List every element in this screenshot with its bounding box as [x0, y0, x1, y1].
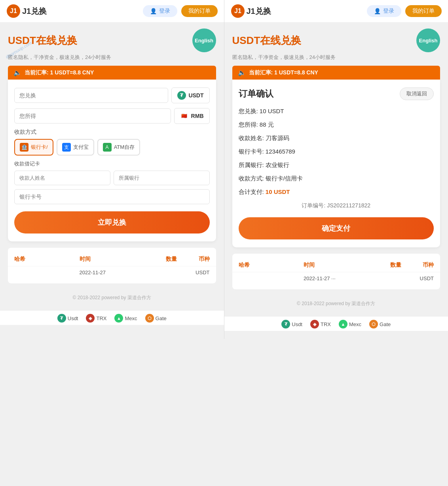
left-atm-btn[interactable]: A ATM自存: [97, 139, 140, 156]
left-myorder-button[interactable]: 我的订单: [181, 5, 218, 17]
left-payment-methods: 🏦 银行卡/ 支 支付宝 A ATM自存: [14, 139, 210, 156]
left-col-amount: 数量: [144, 256, 177, 263]
right-myorder-button[interactable]: 我的订单: [405, 5, 442, 17]
left-alipay-btn[interactable]: 支 支付宝: [57, 139, 94, 156]
right-title-row: USDT在线兑换 English: [232, 28, 440, 52]
right-logo-icon: J1: [231, 4, 245, 18]
right-col-hash: 哈希: [239, 262, 304, 269]
left-receiver-label: 收款借记卡: [14, 160, 210, 167]
right-total-pay: 合计支付: 10 USDT: [239, 187, 434, 197]
left-rate-text: 当前汇率: 1 USDT=8.8 CNY: [25, 69, 94, 76]
left-footer: © 2018-2022 powered by 渠道合作方: [8, 290, 216, 304]
right-col-time: 时间: [304, 262, 369, 269]
right-order-header: 订单确认 取消返回: [239, 87, 434, 100]
right-table-row: 2022-11-27 ··· USDT: [232, 272, 440, 285]
right-fi-usdt: ₮ Usdt: [281, 320, 302, 328]
left-page-title: USDT在线兑换: [8, 34, 77, 47]
left-receiver-name-input[interactable]: [14, 171, 110, 185]
right-fi-mexc: ▲ Mexc: [339, 320, 361, 328]
left-receiver-row: [14, 171, 210, 185]
left-bank-name-input[interactable]: [114, 171, 210, 185]
left-fi-mexc: ▲ Mexc: [114, 314, 137, 323]
left-form-card: ₮ USDT 🇨🇳 RMB 收款方式 🏦: [8, 80, 216, 241]
right-footer-icons: ₮ Usdt ◈ TRX ▲ Mexc ⬡ Gate: [224, 317, 448, 331]
right-fi-usdt-icon: ₮: [281, 320, 290, 328]
right-table: 哈希 时间 数量 币种 2022-11-27 ··· USDT: [232, 254, 440, 289]
left-logo-icon: J1: [6, 4, 21, 18]
left-table: 哈希 时间 数量 币种 2022-11-27 USDT: [8, 248, 216, 283]
left-table-row: 2022-11-27 USDT: [8, 266, 216, 279]
left-exchange-input[interactable]: [14, 88, 168, 103]
left-usdt-badge: ₮ USDT: [171, 87, 209, 103]
right-logo-text: J1兑换: [247, 6, 271, 17]
left-alipay-icon: 支: [62, 143, 71, 152]
left-table-header: 哈希 时间 数量 币种: [8, 252, 216, 266]
right-rate-text: 当前汇率: 1 USDT=8.8 CNY: [249, 69, 318, 76]
left-fi-gate-icon: ⬡: [145, 314, 154, 323]
left-usdt-label: USDT: [188, 92, 203, 99]
left-exchange-row: ₮ USDT: [14, 87, 210, 103]
right-exchange-amount: 您兑换: 10 USDT: [239, 106, 434, 116]
right-bank-card: 银行卡号: 123465789: [239, 147, 434, 156]
left-usdt-icon: ₮: [177, 91, 186, 100]
left-atm-icon: A: [103, 143, 112, 152]
right-login-button[interactable]: 👤 登录: [367, 5, 401, 17]
right-fi-trx: ◈ TRX: [310, 320, 331, 328]
left-fi-mexc-icon: ▲: [114, 314, 123, 323]
right-order-card: 订单确认 取消返回 您兑换: 10 USDT 您所得: 88 元 收款姓名: 刀…: [232, 80, 440, 247]
right-payment-method: 收款方式: 银行卡/信用卡: [239, 174, 434, 183]
right-fi-gate-icon: ⬡: [369, 320, 378, 328]
right-fi-trx-label: TRX: [321, 321, 331, 327]
left-logo-text: J1兑换: [22, 6, 47, 17]
left-submit-button[interactable]: 立即兑换: [14, 211, 210, 234]
right-subtitle: 匿名隐私，干净资金，极速兑换，24小时服务: [232, 54, 440, 61]
left-rmb-label: RMB: [191, 113, 204, 119]
right-order-title: 订单确认: [239, 88, 273, 100]
right-fi-gate-label: Gate: [380, 321, 391, 327]
left-fi-gate-label: Gate: [156, 315, 167, 321]
left-fi-mexc-label: Mexc: [125, 315, 137, 321]
left-col-time: 时间: [80, 256, 145, 263]
left-fi-usdt: ₮ Usdt: [57, 314, 78, 323]
right-footer: © 2018-2022 powered by 渠道合作方: [232, 296, 440, 310]
left-fi-trx-icon: ◈: [86, 314, 95, 323]
right-speaker-icon: 🔈: [238, 69, 246, 76]
right-fi-mexc-label: Mexc: [349, 321, 361, 327]
left-receive-row: 🇨🇳 RMB: [14, 108, 210, 124]
right-fi-mexc-icon: ▲: [339, 320, 347, 328]
left-receive-input[interactable]: [14, 108, 171, 123]
right-english-button[interactable]: English: [416, 28, 440, 52]
right-col-amount: 数量: [369, 262, 401, 269]
left-col-currency: 币种: [177, 256, 209, 263]
left-fi-trx: ◈ TRX: [86, 314, 106, 323]
right-page-title: USDT在线兑换: [232, 34, 302, 47]
left-bank-label: 银行卡/: [31, 144, 48, 151]
left-bank-card-input[interactable]: [14, 189, 210, 204]
right-fi-gate: ⬡ Gate: [369, 320, 391, 328]
right-fi-trx-icon: ◈: [310, 320, 319, 328]
svg-text:J1: J1: [10, 8, 17, 14]
left-fi-gate: ⬡ Gate: [145, 314, 167, 323]
right-fi-usdt-label: Usdt: [292, 321, 302, 327]
left-bank-btn[interactable]: 🏦 银行卡/: [14, 139, 53, 156]
left-atm-label: ATM自存: [114, 144, 135, 151]
left-english-button[interactable]: English: [192, 28, 216, 52]
right-order-id: 订单编号: JS202211271822: [239, 202, 434, 209]
left-rmb-badge: 🇨🇳 RMB: [174, 108, 210, 124]
right-cancel-button[interactable]: 取消返回: [400, 87, 434, 100]
svg-text:J1: J1: [234, 8, 241, 14]
left-col-hash: 哈希: [14, 256, 80, 263]
left-rate-bar: 🔈 当前汇率: 1 USDT=8.8 CNY: [8, 66, 216, 80]
right-rate-bar: 🔈 当前汇率: 1 USDT=8.8 CNY: [232, 66, 440, 80]
left-login-button[interactable]: 👤 登录: [143, 5, 177, 17]
left-alipay-label: 支付宝: [73, 144, 89, 151]
right-table-header: 哈希 时间 数量 币种: [232, 258, 440, 272]
left-bank-icon: 🏦: [20, 143, 28, 152]
left-speaker-icon: 🔈: [13, 69, 21, 76]
right-header: J1 J1兑换 👤 登录 我的订单: [224, 0, 448, 22]
left-logo: J1 J1兑换: [6, 4, 47, 18]
right-confirm-button[interactable]: 确定支付: [239, 217, 434, 239]
right-receiver-name: 收款姓名: 刀客源码: [239, 133, 434, 143]
left-login-icon: 👤: [150, 8, 157, 14]
left-payment-label: 收款方式: [14, 129, 210, 136]
